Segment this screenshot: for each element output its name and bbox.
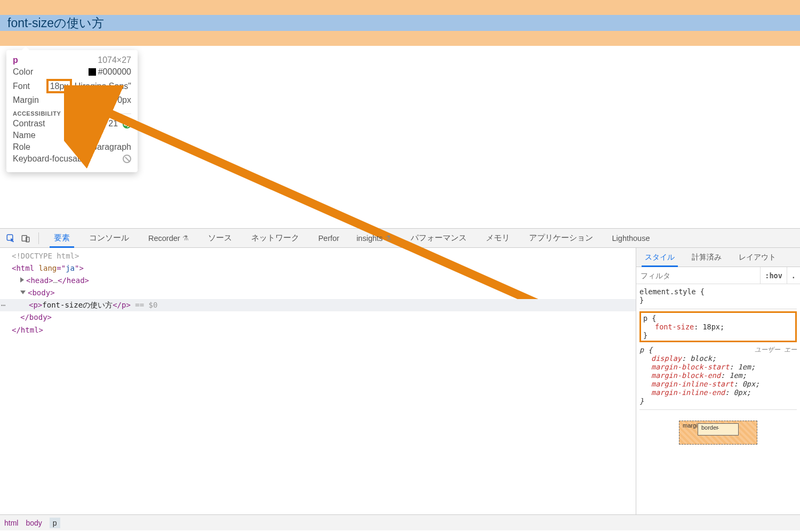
ua-rule[interactable]: p {ユーザー エー display: block; margin-block-… bbox=[639, 344, 797, 410]
margin-highlight-top bbox=[0, 0, 800, 15]
dom-tree[interactable]: <!DOCTYPE html> <html lang="ja"> <head>…… bbox=[0, 248, 636, 514]
devtools-toolbar: 要素 コンソール Recorder ⚗ ソース ネットワーク Perfor in… bbox=[0, 229, 800, 248]
highlighted-rule-box: p { font-size: 18px; } bbox=[639, 311, 797, 342]
devtools-body: <!DOCTYPE html> <html lang="ja"> <head>…… bbox=[0, 248, 800, 514]
hover-toggle[interactable]: :hov bbox=[760, 267, 787, 284]
flask-icon: ⚗ bbox=[385, 234, 391, 242]
aa-sample-icon: Aa bbox=[91, 119, 104, 128]
subtab-layout[interactable]: レイアウト bbox=[730, 248, 785, 267]
tooltip-kbfocus-label: Keyboard-focusable bbox=[13, 154, 89, 164]
tooltip-font-value: 18px Hiragino Sans" bbox=[46, 79, 131, 93]
accessibility-heading: ACCESSIBILITY bbox=[13, 110, 131, 117]
toolbar-separator bbox=[38, 232, 39, 244]
html-open[interactable]: <html lang="ja"> bbox=[0, 262, 636, 275]
tab-console[interactable]: コンソール bbox=[79, 229, 139, 248]
tab-lighthouse[interactable]: Lighthouse bbox=[603, 229, 660, 248]
styles-filter-row: :hov . bbox=[636, 267, 800, 284]
box-border-top: - bbox=[717, 424, 719, 431]
tooltip-margin-value: 18px 0px bbox=[97, 95, 131, 105]
html-close: </html> bbox=[0, 324, 636, 336]
box-border-label: border bbox=[701, 424, 718, 431]
flask-icon: ⚗ bbox=[182, 234, 189, 242]
tooltip-font-label: Font bbox=[13, 82, 30, 91]
not-focusable-icon bbox=[123, 155, 131, 163]
rule-source-ua: ユーザー エー bbox=[755, 345, 797, 354]
tooltip-margin-label: Margin bbox=[13, 95, 39, 105]
tooltip-role-label: Role bbox=[13, 142, 30, 152]
highlighted-p-element[interactable]: font-sizeの使い方 bbox=[0, 15, 800, 31]
styles-rules[interactable]: element.style { } p { font-size: 18px; }… bbox=[636, 284, 800, 447]
doctype: <!DOCTYPE html> bbox=[12, 252, 79, 260]
tooltip-contrast-value: Aa 21 bbox=[91, 119, 131, 128]
device-toggle-icon[interactable] bbox=[18, 229, 33, 248]
tooltip-contrast-label: Contrast bbox=[13, 119, 45, 128]
line-actions-icon[interactable]: ⋯ bbox=[1, 299, 5, 311]
head-node[interactable]: <head>…</head> bbox=[0, 275, 636, 287]
tooltip-role-value: paragraph bbox=[92, 142, 131, 152]
font-size-declaration[interactable]: font-size: 18px; bbox=[643, 323, 793, 331]
font-size-highlight: 18px bbox=[46, 79, 73, 93]
tooltip-name-label: Name bbox=[13, 131, 36, 140]
margin-highlight-bottom bbox=[0, 31, 800, 46]
cls-toggle[interactable]: . bbox=[787, 267, 800, 284]
page-preview: font-sizeの使い方 p 1074×27 Color #000000 Fo… bbox=[0, 0, 800, 228]
styles-panel: スタイル 計算済み レイアウト :hov . element.style { }… bbox=[636, 248, 800, 514]
tooltip-dimensions: 1074×27 bbox=[98, 55, 131, 65]
element-style-rule[interactable]: element.style { } bbox=[639, 286, 797, 309]
black-swatch-icon bbox=[89, 68, 96, 76]
check-ok-icon bbox=[123, 120, 131, 128]
body-open[interactable]: <body> bbox=[0, 287, 636, 299]
tooltip-tag: p bbox=[13, 55, 18, 65]
inspect-element-icon[interactable] bbox=[3, 229, 18, 248]
tooltip-color-value: #000000 bbox=[89, 67, 131, 77]
collapse-icon[interactable] bbox=[20, 291, 26, 294]
body-close: </body> bbox=[0, 311, 636, 324]
p-rule-open[interactable]: p { bbox=[643, 314, 793, 323]
tab-sources[interactable]: ソース bbox=[198, 229, 242, 248]
devtools: 要素 コンソール Recorder ⚗ ソース ネットワーク Perfor in… bbox=[0, 228, 800, 530]
crumb-p[interactable]: p bbox=[50, 518, 60, 528]
p-text: font-sizeの使い方 bbox=[7, 15, 104, 31]
subtab-computed[interactable]: 計算済み bbox=[683, 248, 730, 267]
tab-application[interactable]: アプリケーション bbox=[519, 229, 603, 248]
tab-perf-insights[interactable]: Perfor insights ⚗ bbox=[309, 229, 401, 248]
p-selected-node[interactable]: ⋯<p>font-sizeの使い方</p> == $0 bbox=[0, 299, 636, 311]
elements-breadcrumb[interactable]: html body p bbox=[0, 514, 800, 530]
styles-subtabs: スタイル 計算済み レイアウト bbox=[636, 248, 800, 267]
tab-recorder[interactable]: Recorder ⚗ bbox=[139, 229, 198, 248]
tab-memory[interactable]: メモリ bbox=[476, 229, 519, 248]
tab-performance[interactable]: パフォーマンス bbox=[401, 229, 476, 248]
styles-filter-input[interactable] bbox=[636, 271, 760, 280]
crumb-body[interactable]: body bbox=[26, 519, 42, 527]
crumb-html[interactable]: html bbox=[4, 519, 18, 527]
tab-elements[interactable]: 要素 bbox=[44, 229, 79, 248]
subtab-styles[interactable]: スタイル bbox=[636, 248, 683, 267]
element-inspect-tooltip: p 1074×27 Color #000000 Font 18px Hiragi… bbox=[6, 50, 138, 172]
tooltip-color-label: Color bbox=[13, 67, 33, 77]
tab-network[interactable]: ネットワーク bbox=[242, 229, 309, 248]
box-model-diagram[interactable]: margin 18 border - bbox=[639, 421, 797, 445]
expand-icon[interactable] bbox=[20, 277, 24, 283]
